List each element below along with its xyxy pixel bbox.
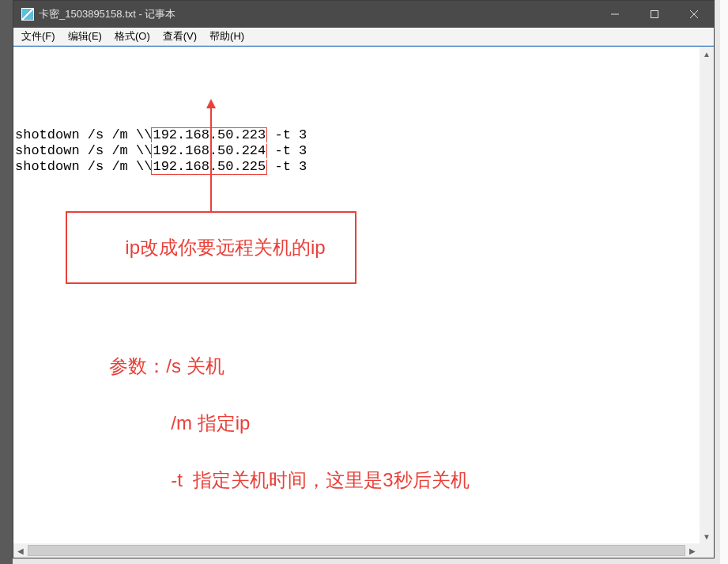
annotation-params-label: 参数： xyxy=(109,355,166,377)
scroll-right-icon[interactable]: ▶ xyxy=(685,543,700,558)
maximize-button[interactable] xyxy=(635,1,674,28)
annotation-ip-text: ip改成你要远程关机的ip xyxy=(125,237,325,258)
notepad-window: 卡密_1503895158.txt - 记事本 文件(F) 编辑(E) 格式(O… xyxy=(13,0,715,558)
scroll-down-icon[interactable]: ▼ xyxy=(700,529,714,543)
window-title: 卡密_1503895158.txt - 记事本 xyxy=(39,7,175,21)
annotation-params: 参数：/s 关机 /m 指定ip -t 指定关机时间，这里是3秒后关机 xyxy=(67,324,470,523)
desktop-background-left xyxy=(0,0,13,564)
ip-address: 192.168.50.223 xyxy=(151,127,267,142)
titlebar[interactable]: 卡密_1503895158.txt - 记事本 xyxy=(13,1,714,28)
menu-format[interactable]: 格式(O) xyxy=(108,28,157,45)
text-line: shotdown /s /m \\192.168.50.224 -t 3 xyxy=(15,143,700,159)
minimize-button[interactable] xyxy=(595,1,635,28)
cmd-prefix: shotdown /s /m \\ xyxy=(15,159,152,174)
ip-address: 192.168.50.224 xyxy=(151,144,267,158)
scroll-up-icon[interactable]: ▲ xyxy=(700,47,714,61)
annotation-param-m: /m 指定ip xyxy=(171,412,250,433)
maximize-icon xyxy=(650,9,659,19)
horizontal-scrollbar[interactable]: ◀ ▶ xyxy=(13,543,714,558)
annotation-ip-box: ip改成你要远程关机的ip xyxy=(66,211,356,284)
annotation-arrow-line xyxy=(210,108,212,211)
annotation-param-t: -t 指定关机时间，这里是3秒后关机 xyxy=(171,469,469,490)
menu-view[interactable]: 查看(V) xyxy=(157,28,203,45)
close-button[interactable] xyxy=(674,1,714,28)
text-line: shotdown /s /m \\192.168.50.225 -t 3 xyxy=(15,159,700,175)
annotation-param-s: /s 关机 xyxy=(166,355,224,377)
cmd-suffix: -t 3 xyxy=(266,159,307,174)
menu-file[interactable]: 文件(F) xyxy=(15,28,62,45)
desktop-background-right xyxy=(720,0,728,564)
notepad-icon xyxy=(21,8,34,21)
annotation-arrow-head xyxy=(206,99,216,108)
cmd-suffix: -t 3 xyxy=(266,127,307,142)
scroll-track[interactable] xyxy=(700,61,714,529)
cmd-prefix: shotdown /s /m \\ xyxy=(15,143,152,158)
text-line: shotdown /s /m \\192.168.50.223 -t 3 xyxy=(15,127,700,143)
text-area[interactable]: shotdown /s /m \\192.168.50.223 -t 3shot… xyxy=(13,47,700,543)
close-icon xyxy=(689,9,699,19)
scroll-left-icon[interactable]: ◀ xyxy=(13,543,28,558)
minimize-icon xyxy=(610,9,620,19)
svg-rect-1 xyxy=(651,11,658,18)
menu-help[interactable]: 帮助(H) xyxy=(203,28,251,45)
cmd-suffix: -t 3 xyxy=(266,143,307,158)
menu-edit[interactable]: 编辑(E) xyxy=(62,28,108,45)
menubar: 文件(F) 编辑(E) 格式(O) 查看(V) 帮助(H) xyxy=(13,28,714,46)
scroll-corner xyxy=(700,543,714,558)
ip-address: 192.168.50.225 xyxy=(151,160,267,175)
cmd-prefix: shotdown /s /m \\ xyxy=(15,127,152,142)
content-wrap: shotdown /s /m \\192.168.50.223 -t 3shot… xyxy=(13,46,714,543)
vertical-scrollbar[interactable]: ▲ ▼ xyxy=(700,47,714,543)
scroll-hthumb[interactable] xyxy=(28,545,685,556)
